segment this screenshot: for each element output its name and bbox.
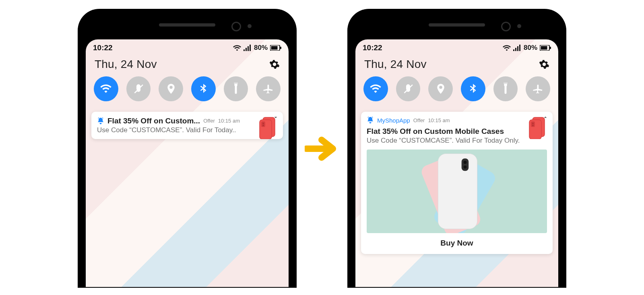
svg-point-22 [532,123,534,124]
notif-app-name: MyShopApp [377,117,410,124]
tile-bluetooth[interactable] [461,76,485,101]
screen: 10:22 80% Thu, 24 Nov MySho [355,39,558,287]
signal-icon [513,45,521,51]
tile-location[interactable] [428,76,453,101]
svg-rect-28 [462,158,469,171]
battery-percent: 80% [254,44,268,52]
svg-rect-27 [438,154,477,229]
tile-mute[interactable] [396,76,421,101]
notif-body: Use Code “CUSTOMCASE”. Valid For Today O… [367,137,547,145]
svg-rect-17 [541,46,547,50]
notif-time: 10:15 am [428,117,450,123]
status-right: 80% [233,44,281,52]
signal-icon [244,45,252,51]
tile-airplane[interactable] [526,76,550,101]
shade-date: Thu, 24 Nov [364,58,427,71]
phone-left: 10:22 80% Thu, 24 Nov [78,10,296,287]
svg-rect-3 [250,45,251,51]
tile-wifi[interactable] [94,76,118,101]
arrow-right-icon [305,136,339,162]
svg-rect-6 [280,47,281,49]
battery-percent: 80% [524,44,537,52]
tile-mute[interactable] [126,76,151,101]
notif-category: Offer [203,118,215,124]
notif-body-collapsed: Use Code “CUSTOMCASE”. Valid For Today.. [97,126,277,134]
battery-icon [540,45,551,51]
shade-header: Thu, 24 Nov [86,54,289,76]
svg-rect-2 [248,46,249,51]
notification-expanded[interactable]: MyShopApp Offer 10:15 am Flat 35% Off on… [361,112,553,254]
shade-header: Thu, 24 Nov [355,54,558,76]
svg-rect-15 [519,45,520,51]
phone-case-thumb-icon [528,117,547,139]
wifi-icon [233,45,241,51]
bell-icon [367,117,374,124]
sensor-dot [517,24,521,28]
svg-point-11 [262,125,264,126]
phone-case-thumb-icon [259,117,277,139]
wifi-icon [503,45,511,51]
notif-hero-image [367,150,547,233]
tile-torch[interactable] [224,76,248,101]
notif-title-collapsed: Flat 35% Off on Custom... [107,117,200,125]
svg-point-30 [464,166,467,169]
svg-rect-18 [550,47,551,49]
phone-cases-illustration [367,150,547,233]
tile-bluetooth[interactable] [191,76,216,101]
tile-airplane[interactable] [256,76,281,101]
sensor-dot [248,24,252,28]
svg-rect-0 [244,49,245,51]
shade-date: Thu, 24 Nov [95,58,157,71]
status-right: 80% [503,44,551,52]
tile-torch[interactable] [493,76,518,101]
svg-point-23 [532,125,534,126]
phone-right: 10:22 80% Thu, 24 Nov MySho [348,10,566,287]
front-camera [231,22,241,31]
svg-rect-1 [246,48,247,51]
earpiece [159,23,215,27]
tile-wifi[interactable] [363,76,388,101]
earpiece [429,23,485,27]
gear-icon[interactable] [539,59,549,70]
tile-location[interactable] [159,76,183,101]
svg-rect-14 [517,46,518,51]
svg-rect-12 [513,49,514,51]
screen: 10:22 80% Thu, 24 Nov [86,39,289,287]
front-camera [501,22,511,31]
quick-tiles [355,76,558,108]
status-time: 10:22 [93,43,113,52]
battery-icon [270,45,281,51]
svg-rect-5 [271,46,278,50]
status-time: 10:22 [363,43,382,52]
quick-tiles [86,76,289,108]
buy-now-button[interactable]: Buy Now [367,233,547,249]
bell-icon [97,117,104,125]
notif-time: 10:15 am [218,118,240,124]
status-bar: 10:22 80% [86,39,289,54]
svg-rect-13 [515,48,516,51]
gear-icon[interactable] [269,59,280,70]
svg-point-10 [262,123,264,124]
status-bar: 10:22 80% [355,39,558,54]
svg-point-29 [464,161,467,164]
notification-collapsed[interactable]: Flat 35% Off on Custom... Offer 10:15 am… [91,112,283,139]
notif-category: Offer [413,117,425,123]
notif-title: Flat 35% Off on Custom Mobile Cases [367,127,524,136]
